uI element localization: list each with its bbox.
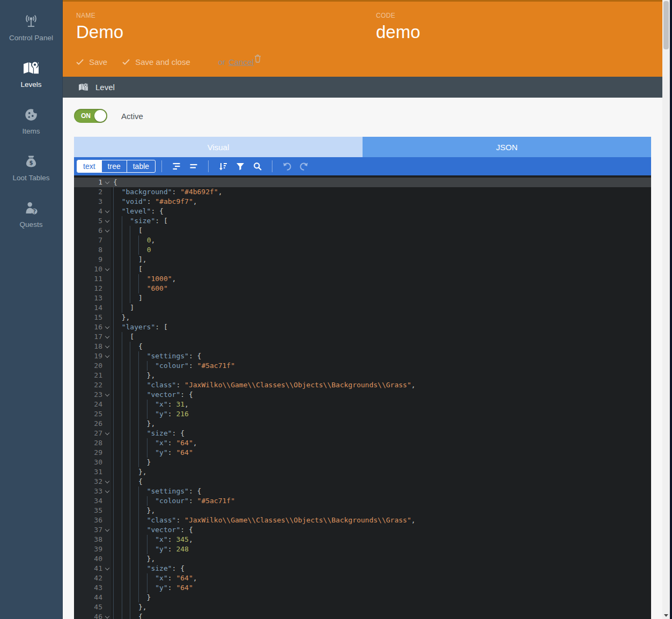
line-number: 36 [74, 515, 111, 525]
code-line-content[interactable]: } [111, 458, 651, 467]
indent-guide [138, 515, 139, 525]
sidebar-item-loot-tables[interactable]: $Loot Tables [0, 140, 62, 187]
code-line-content[interactable]: "colour": "#5ac71f" [111, 496, 651, 506]
code-line-content[interactable]: "x": 31, [111, 400, 651, 409]
code-line-content[interactable]: "y": 248 [111, 544, 651, 554]
code-line-content[interactable]: 0, [111, 235, 651, 245]
sidebar-item-levels[interactable]: Levels [0, 47, 62, 93]
format-icon[interactable] [169, 159, 183, 173]
trash-icon[interactable] [254, 54, 261, 63]
search-icon[interactable] [250, 159, 264, 173]
fold-toggle-icon[interactable] [105, 334, 109, 338]
active-toggle[interactable]: ON [74, 109, 107, 123]
tab-visual[interactable]: Visual [74, 137, 363, 157]
broadcast-tower-icon [23, 13, 40, 30]
code-field-value[interactable]: demo [376, 22, 662, 42]
code-line-content[interactable]: }, [111, 467, 651, 477]
cancel-link[interactable]: Cancel [228, 57, 254, 67]
indent-guide [138, 284, 139, 293]
scrollbar-thumb[interactable] [663, 1, 669, 49]
code-line-content[interactable]: [ [111, 226, 651, 235]
indent-guide [138, 448, 139, 458]
code-line-content[interactable]: { [111, 178, 651, 187]
fold-toggle-icon[interactable] [105, 353, 109, 358]
redo-icon[interactable] [297, 159, 311, 173]
code-line-content[interactable]: "600" [111, 284, 651, 293]
toggle-knob[interactable] [94, 110, 106, 122]
fold-toggle-icon[interactable] [105, 325, 109, 329]
code-line-content[interactable]: "1000", [111, 274, 651, 284]
code-line-content[interactable]: } [111, 593, 651, 602]
code-line-content[interactable]: }, [111, 313, 651, 322]
code-line-content[interactable]: }, [111, 506, 651, 515]
sort-icon[interactable] [216, 159, 230, 173]
code-line-content[interactable]: ] [111, 293, 651, 303]
fold-toggle-icon[interactable] [105, 180, 109, 184]
code-line-content[interactable]: { [111, 612, 651, 619]
code-line-content[interactable]: "background": "#4b692f", [111, 187, 651, 197]
indent-guide [113, 448, 114, 458]
code-line-content[interactable]: ] [111, 303, 651, 313]
scrollbar-down-arrow-icon[interactable] [664, 614, 668, 617]
fold-toggle-icon[interactable] [105, 392, 109, 396]
code-line-content[interactable]: }, [111, 419, 651, 429]
code-field[interactable]: CODE demo [363, 2, 662, 42]
indent-guide [130, 255, 130, 264]
fold-toggle-icon[interactable] [105, 566, 109, 570]
fold-toggle-icon[interactable] [105, 267, 109, 271]
code-line-content[interactable]: "vector": { [111, 525, 651, 535]
compact-icon[interactable] [187, 159, 201, 173]
code-line-content[interactable]: "y": "64" [111, 448, 651, 458]
sidebar-item-control-panel[interactable]: Control Panel [0, 0, 62, 47]
fold-toggle-icon[interactable] [105, 218, 109, 223]
code-line-content[interactable]: "level": { [111, 207, 651, 216]
code-line-content[interactable]: "vector": { [111, 390, 651, 400]
code-line-content[interactable]: "class": "JaxWilko\\Game\\Classes\\Objec… [111, 515, 651, 525]
code-line-content[interactable]: [ [111, 264, 651, 274]
code-line-content[interactable]: [ [111, 332, 651, 342]
undo-icon[interactable] [280, 159, 294, 173]
sidebar-item-quests[interactable]: ?Quests [0, 187, 62, 233]
fold-toggle-icon[interactable] [105, 431, 109, 435]
name-field[interactable]: NAME Demo [63, 2, 363, 42]
code-line-content[interactable]: "y": "64" [111, 583, 651, 593]
code-line-content[interactable]: "size": { [111, 429, 651, 438]
code-line-content[interactable]: { [111, 477, 651, 487]
code-line-content[interactable]: "x": "64", [111, 438, 651, 448]
json-code-editor[interactable]: 1{2 "background": "#4b692f",3 "void": "#… [74, 175, 651, 619]
code-line-content[interactable]: "colour": "#5ac71f" [111, 361, 651, 371]
filter-icon[interactable] [233, 159, 247, 173]
fold-toggle-icon[interactable] [105, 344, 109, 348]
page-scrollbar[interactable] [662, 0, 670, 619]
mode-button-tree[interactable]: tree [102, 160, 127, 172]
code-line-content[interactable]: "class": "JaxWilko\\Game\\Classes\\Objec… [111, 380, 651, 390]
save-button[interactable]: Save [76, 57, 107, 67]
fold-toggle-icon[interactable] [105, 527, 109, 532]
mode-button-table[interactable]: table [127, 160, 155, 172]
code-line-content[interactable]: "layers": [ [111, 322, 651, 332]
fold-toggle-icon[interactable] [105, 479, 109, 483]
code-line-content[interactable]: }, [111, 602, 651, 612]
code-line-content[interactable]: }, [111, 554, 651, 564]
code-line-content[interactable]: }, [111, 371, 651, 380]
code-line-content[interactable]: "x": 345, [111, 535, 651, 544]
fold-toggle-icon[interactable] [105, 228, 109, 232]
code-line-content[interactable]: { [111, 342, 651, 351]
code-line-content[interactable]: "void": "#abc9f7", [111, 197, 651, 207]
fold-toggle-icon[interactable] [105, 614, 109, 618]
code-line-content[interactable]: "x": "64", [111, 573, 651, 583]
mode-button-text[interactable]: text [77, 160, 102, 172]
fold-toggle-icon[interactable] [105, 489, 109, 493]
code-line-content[interactable]: "y": 216 [111, 409, 651, 419]
save-and-close-button[interactable]: Save and close [122, 57, 190, 67]
code-line-content[interactable]: "settings": { [111, 487, 651, 496]
code-line-content[interactable]: "size": { [111, 564, 651, 573]
code-line-content[interactable]: "settings": { [111, 351, 651, 361]
code-line-content[interactable]: ], [111, 255, 651, 264]
fold-toggle-icon[interactable] [105, 209, 109, 213]
tab-json[interactable]: JSON [363, 137, 651, 157]
sidebar-item-items[interactable]: Items [0, 93, 62, 140]
code-line-content[interactable]: "size": [ [111, 216, 651, 226]
code-line-content[interactable]: 0 [111, 245, 651, 255]
name-field-value[interactable]: Demo [76, 22, 363, 42]
